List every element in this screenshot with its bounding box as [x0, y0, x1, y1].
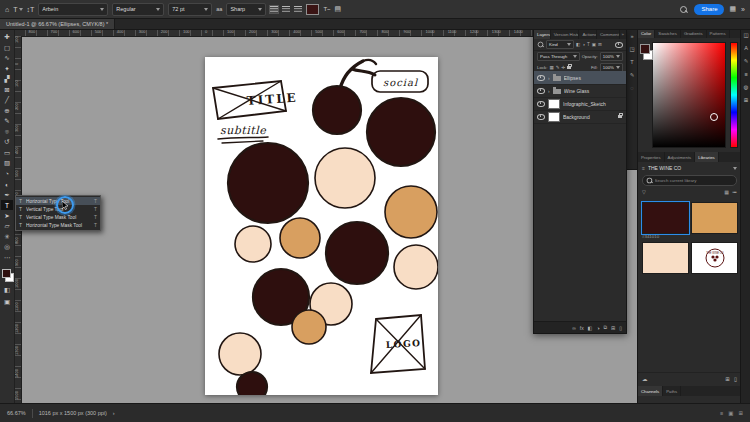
library-header[interactable]: ≡ THE WINE CO — [638, 162, 741, 174]
align-left-icon[interactable] — [270, 6, 278, 13]
tab-layers[interactable]: Layers — [534, 29, 551, 39]
lock-option-icon[interactable]: ✛ — [562, 65, 566, 70]
foreground-color-chip[interactable] — [2, 269, 11, 278]
panel-menu-icon[interactable]: » — [620, 29, 626, 39]
artboard[interactable]: TITLE subtitle social LOGO — [205, 57, 438, 395]
collapsed-panel-icon[interactable]: ◍ — [741, 82, 750, 92]
type-tool[interactable]: T — [1, 200, 13, 210]
blend-mode-select[interactable]: Pass Through — [537, 52, 580, 61]
collapsed-panel-icon[interactable]: ⊞ — [741, 95, 750, 105]
library-color-swatch[interactable] — [642, 242, 689, 274]
delete-library-item-icon[interactable]: ▯ — [734, 376, 737, 382]
color-panel-fg-chip[interactable] — [640, 44, 650, 54]
hand-tool[interactable]: ✳ — [1, 232, 13, 242]
status-bar-icon[interactable]: ⊞ — [738, 410, 743, 416]
hue-slider[interactable] — [730, 42, 738, 148]
brush-tool[interactable]: ✎ — [1, 116, 13, 126]
layer-filter-type-icon[interactable]: ▣ — [592, 42, 596, 47]
collapsed-panel-icon[interactable]: T — [627, 57, 637, 67]
search-icon[interactable] — [680, 6, 687, 13]
tab-paths[interactable]: Paths — [663, 386, 681, 396]
tab-libraries[interactable]: Libraries — [695, 152, 718, 162]
visibility-eye-icon[interactable] — [537, 101, 545, 107]
frame-tool[interactable]: ⊠ — [1, 85, 13, 95]
library-color-swatch[interactable] — [691, 202, 738, 234]
layers-footer-icon[interactable]: ⊞ — [611, 325, 615, 331]
status-arrow-icon[interactable]: › — [113, 410, 115, 416]
filter-toggle-icon[interactable] — [615, 42, 623, 48]
lock-all-icon[interactable] — [567, 66, 571, 69]
visibility-eye-icon[interactable] — [537, 88, 545, 94]
marquee-tool[interactable]: ▢ — [1, 43, 13, 53]
layer-filter-type-icon[interactable]: ◑ — [582, 42, 585, 47]
collapsed-panel-icon[interactable]: ◫ — [741, 30, 750, 40]
object-selection-tool[interactable]: ✦ — [1, 64, 13, 74]
edit-toolbar-icon[interactable]: ⋯ — [1, 253, 13, 263]
shape-tool[interactable]: ▱ — [1, 221, 13, 231]
zoom-level-field[interactable]: 66.67% — [7, 410, 26, 416]
crop-tool[interactable]: ▞ — [1, 74, 13, 84]
align-right-icon[interactable] — [294, 6, 302, 13]
workspace-icon[interactable]: ▦ — [729, 5, 736, 13]
font-style-select[interactable]: Regular — [112, 3, 164, 16]
library-search[interactable] — [642, 175, 737, 186]
layers-footer-icon[interactable]: ◧ — [588, 325, 593, 331]
dodge-tool[interactable]: ◐ — [1, 179, 13, 189]
library-logo-thumbnail[interactable]: THE WINE CO — [691, 242, 738, 274]
screen-mode-icon[interactable]: ▣ — [1, 297, 13, 307]
type-menu-item[interactable]: TVertical Type Mask ToolT — [16, 213, 100, 221]
font-family-select[interactable]: Arbein — [38, 3, 108, 16]
layer-row-background[interactable]: Background — [534, 110, 626, 124]
library-list-view-icon[interactable]: ≔ — [732, 189, 737, 195]
group-caret-icon[interactable]: › — [548, 75, 550, 81]
layers-footer-icon[interactable]: ▯ — [619, 325, 622, 331]
lasso-tool[interactable]: ∿ — [1, 53, 13, 63]
layers-footer-icon[interactable]: ∞ — [572, 325, 576, 331]
library-filter-icon[interactable]: ▽ — [642, 189, 646, 195]
type-color-swatch[interactable] — [306, 4, 319, 15]
collapsed-panel-icon[interactable]: ≡ — [741, 69, 750, 79]
lock-option-icon[interactable]: ▦ — [550, 65, 554, 70]
options-more-icon[interactable]: » — [741, 6, 745, 13]
library-grid-view-icon[interactable]: ▦ — [724, 189, 729, 195]
library-sync-icon[interactable]: ☁ — [642, 376, 648, 382]
collapsed-panel-icon[interactable]: ✎ — [741, 56, 750, 66]
share-button[interactable]: Share — [694, 4, 724, 15]
clone-stamp-tool[interactable]: ⌾ — [1, 127, 13, 137]
layers-footer-icon[interactable]: ⧉ — [603, 324, 607, 331]
group-caret-icon[interactable]: › — [548, 88, 550, 94]
layers-footer-icon[interactable]: fx — [580, 325, 584, 331]
anti-alias-select[interactable]: Sharp — [226, 3, 266, 16]
color-picker-ring[interactable] — [710, 113, 718, 121]
library-color-swatch[interactable] — [642, 202, 689, 234]
type-orientation-icon[interactable]: ↕T — [27, 6, 35, 13]
tab-actions[interactable]: Actions — [579, 29, 597, 39]
type-tool-preset-icon[interactable]: T — [13, 6, 22, 13]
path-selection-tool[interactable]: ➤ — [1, 211, 13, 221]
eraser-tool[interactable]: ▭ — [1, 148, 13, 158]
tab-comments[interactable]: Comments — [597, 29, 620, 39]
library-search-input[interactable] — [655, 178, 733, 183]
layer-row-ellipses[interactable]: ›Ellipses — [534, 71, 626, 85]
zoom-tool[interactable]: ◎ — [1, 242, 13, 252]
gradient-tool[interactable]: ▨ — [1, 158, 13, 168]
pen-tool[interactable]: ✒ — [1, 190, 13, 200]
layer-filter-select[interactable]: Kind — [546, 40, 574, 49]
add-library-item-icon[interactable]: ⊞ — [725, 376, 730, 382]
font-size-select[interactable]: 72 pt — [168, 3, 212, 16]
collapsed-panel-icon[interactable]: ✎ — [627, 70, 637, 80]
type-menu-item[interactable]: THorizontal Type Mask ToolT — [16, 221, 100, 229]
document-tab[interactable]: Untitled-1 @ 66.67% (Ellipses, CMYK/8) * — [0, 18, 115, 29]
move-tool[interactable]: ✚ — [1, 32, 13, 42]
layer-filter-type-icon[interactable]: ◧ — [576, 42, 580, 47]
layer-row-infographic_sketch[interactable]: Infographic_Sketch — [534, 97, 626, 111]
tab-properties[interactable]: Properties — [638, 152, 665, 162]
status-bar-icon[interactable]: ≡ — [720, 410, 723, 416]
layer-filter-type-icon[interactable]: T — [587, 42, 590, 47]
history-brush-tool[interactable]: ↺ — [1, 137, 13, 147]
collapsed-panel-icon[interactable]: ◌ — [627, 83, 637, 93]
layers-footer-icon[interactable]: ◑ — [596, 325, 599, 331]
eyedropper-tool[interactable]: ╱ — [1, 95, 13, 105]
saturation-square[interactable] — [652, 42, 726, 148]
opacity-select[interactable]: 100% — [600, 52, 623, 61]
